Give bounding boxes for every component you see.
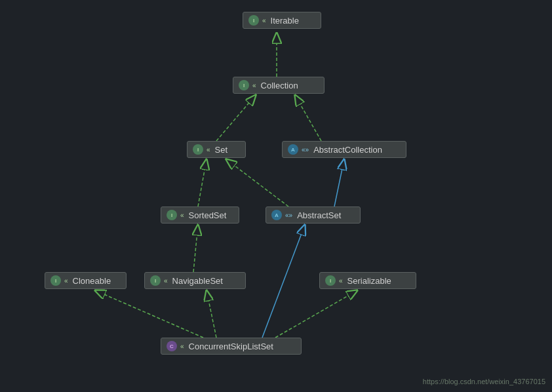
node-abstractcollection: A «» AbstractCollection: [282, 141, 406, 158]
csl-icon: C: [167, 341, 177, 351]
arrows-svg: [0, 0, 552, 392]
arrow-csl-abstractset: [262, 225, 305, 338]
serializable-label: Serializable: [347, 276, 391, 286]
arrow-set-collection: [216, 95, 256, 141]
arrow-sortedset-set: [198, 159, 207, 206]
node-set: I « Set: [187, 141, 246, 158]
set-icon: I: [193, 144, 203, 155]
navigableset-icon: I: [150, 275, 161, 286]
sortedset-icon: I: [167, 210, 177, 220]
arrow-abstractcollection-collection: [295, 95, 321, 141]
collection-label: Collection: [261, 81, 298, 90]
watermark: https://blog.csdn.net/weixin_43767015: [423, 378, 545, 385]
cloneable-label: Cloneable: [73, 276, 111, 286]
node-sortedset: I « SortedSet: [161, 206, 239, 224]
node-serializable: I « Serializable: [319, 272, 416, 289]
cloneable-icon: I: [50, 275, 61, 286]
collection-icon: I: [239, 80, 249, 90]
arrow-csl-cloneable: [95, 290, 203, 338]
node-iterable: I « Iterable: [243, 12, 321, 29]
iterable-icon: I: [248, 15, 259, 26]
iterable-label: Iterable: [271, 16, 299, 26]
sortedset-label: SortedSet: [189, 210, 227, 220]
node-abstractset: A «» AbstractSet: [266, 206, 361, 224]
arrow-navigableset-sortedset: [193, 225, 198, 272]
abstractcollection-label: AbstractCollection: [313, 145, 382, 155]
set-label: Set: [215, 145, 228, 155]
arrow-abstractset-set: [226, 159, 288, 206]
navigableset-label: NavigableSet: [172, 276, 223, 286]
node-concurrentskiplistset: C « ConcurrentSkipListSet: [161, 338, 302, 355]
abstractset-label: AbstractSet: [297, 210, 341, 220]
arrow-csl-serializable: [275, 290, 357, 338]
node-cloneable: I « Cloneable: [45, 272, 127, 289]
serializable-icon: I: [325, 275, 336, 286]
csl-label: ConcurrentSkipListSet: [189, 342, 273, 351]
abstractcollection-icon: A: [288, 144, 298, 155]
arrow-abstractset-abstractcollection: [334, 159, 344, 206]
abstractset-icon: A: [271, 210, 282, 220]
diagram-container: I « Iterable I « Collection I « Set A «»…: [0, 0, 552, 392]
node-navigableset: I « NavigableSet: [144, 272, 246, 289]
node-collection: I « Collection: [233, 77, 325, 94]
arrow-csl-navigableset: [207, 290, 216, 338]
